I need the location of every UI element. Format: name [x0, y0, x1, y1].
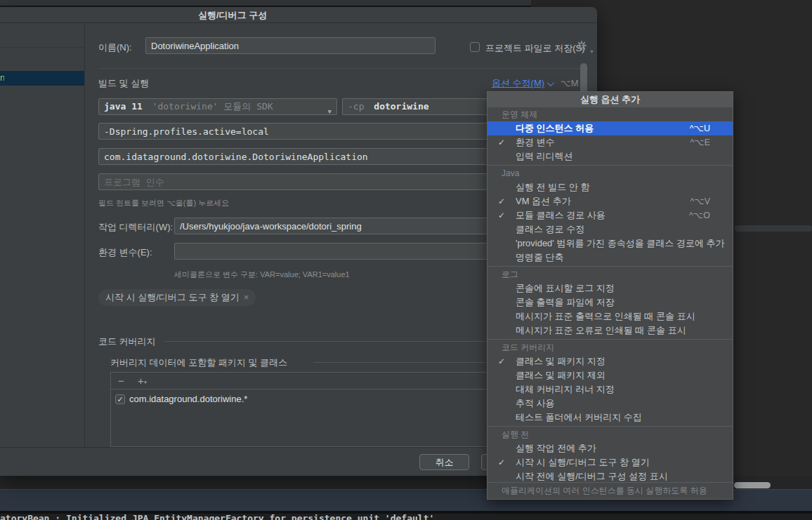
- menu-item[interactable]: ✓시작 시 실행/디버그 도구 창 열기: [487, 455, 733, 469]
- sidebar-selected-configuration[interactable]: n: [0, 71, 84, 86]
- menu-item-label: 환경 변수: [516, 137, 555, 147]
- menu-item[interactable]: 'provided' 범위를 가진 종속성을 클래스 경로에 추가: [487, 236, 733, 251]
- popup-menu-list: 운영 체제다중 인스턴스 허용^⌥U✓환경 변수^⌥E입력 리디렉션Java실행…: [487, 107, 733, 482]
- menu-item-label: 메시지가 표준 출력으로 인쇄될 때 콘솔 표시: [516, 311, 695, 321]
- console-output-area: atoryBean : Initialized JPA EntityManage…: [0, 514, 812, 520]
- menu-item[interactable]: 메시지가 표준 출력으로 인쇄될 때 콘솔 표시: [487, 309, 733, 324]
- menu-item-label: 실행 전 빌드 안 함: [516, 182, 589, 192]
- sidebar-divider: [0, 47, 84, 48]
- menu-separator: [487, 165, 733, 166]
- menu-item-label: 콘솔 출력을 파일에 저장: [516, 297, 615, 307]
- save-project-checkbox[interactable]: [470, 42, 480, 52]
- dialog-title: 실행/디버그 구성: [198, 7, 267, 23]
- menu-item[interactable]: 다중 인스턴스 허용^⌥U: [487, 121, 733, 135]
- menu-item-label: 추적 사용: [516, 398, 555, 408]
- menu-item[interactable]: ✓VM 옵션 추가^⌥V: [487, 194, 733, 208]
- menu-item-label: VM 옵션 추가: [516, 196, 571, 206]
- menu-item[interactable]: 콘솔에 표시할 로그 지정: [487, 281, 733, 295]
- checkmark-icon: ✓: [498, 135, 509, 149]
- menu-item[interactable]: 콘솔 출력을 파일에 저장: [487, 295, 733, 309]
- menu-item[interactable]: 대체 커버리지 러너 지정: [487, 382, 733, 396]
- checkmark-icon: ✓: [498, 354, 509, 368]
- menu-item-label: 콘솔에 표시할 로그 지정: [516, 283, 615, 293]
- menu-separator: [487, 266, 733, 267]
- field-hint-text: 필드 힌트를 보려면 ⌥을(를) 누르세요: [98, 198, 229, 208]
- menu-item[interactable]: 실행 전 빌드 안 함: [487, 180, 733, 194]
- menu-item-label: 시작 전에 실행/디버그 구성 설정 표시: [516, 471, 668, 481]
- menu-item[interactable]: 실행 작업 전에 추가: [487, 441, 733, 455]
- menu-item-label: 실행 작업 전에 추가: [516, 443, 596, 453]
- menu-item-label: 대체 커버리지 러너 지정: [516, 384, 615, 394]
- menu-item[interactable]: 클래스 및 패키지 제외: [487, 368, 733, 382]
- menu-section-label: 로그: [487, 267, 733, 281]
- background-window-strip: [0, 0, 531, 6]
- jre-combo-box[interactable]: java 11 'dotoriwine' 모듈의 SDK ▼: [98, 98, 337, 115]
- working-directory-label: 작업 디렉터리(W):: [98, 221, 173, 234]
- menu-item-label: 클래스 및 패키지 제외: [516, 370, 605, 380]
- menu-item-label: 모듈 클래스 경로 사용: [516, 210, 605, 220]
- menu-item-label: 클래스 및 패키지 지정: [516, 356, 605, 366]
- add-run-options-popup: 실행 옵션 추가 운영 체제다중 인스턴스 허용^⌥U✓환경 변수^⌥E입력 리…: [487, 91, 733, 500]
- build-run-section-label: 빌드 및 실행: [98, 77, 149, 90]
- checkmark-icon: ✓: [498, 208, 509, 222]
- name-input[interactable]: [145, 37, 436, 54]
- menu-item[interactable]: 추적 사용: [487, 396, 733, 411]
- menu-item-label: 명령줄 단축: [516, 252, 564, 262]
- popup-footer-hint: 애플리케이션의 여러 인스턴스를 동시 실행하도록 허용: [487, 482, 733, 499]
- combo-arrow-icon: ▼: [328, 104, 332, 115]
- remove-button[interactable]: −: [118, 373, 124, 389]
- menu-item-shortcut: ^⌥U: [690, 121, 710, 135]
- menu-item-shortcut: ^⌥O: [689, 208, 710, 222]
- menu-item[interactable]: ✓클래스 및 패키지 지정: [487, 354, 733, 368]
- checkmark-icon: ✓: [498, 455, 509, 469]
- popup-title: 실행 옵션 추가: [487, 92, 733, 107]
- modify-options-shortcut: ⌥M: [561, 78, 579, 88]
- menu-item-label: 'provided' 범위를 가진 종속성을 클래스 경로에 추가: [516, 238, 725, 248]
- configuration-name-fragment: n: [0, 72, 4, 83]
- menu-item[interactable]: 명령줄 단축: [487, 251, 733, 265]
- pattern-label: com.idataground.dotoriwine.*: [129, 394, 247, 404]
- menu-item-label: 클래스 경로 수정: [516, 224, 584, 234]
- menu-item[interactable]: 메시지가 표준 오류로 인쇄될 때 콘솔 표시: [487, 324, 733, 338]
- menu-item[interactable]: 클래스 경로 수정: [487, 222, 733, 236]
- close-icon[interactable]: ×: [244, 292, 249, 302]
- env-hint-text: 세미콜론으로 변수 구분: VAR=value; VAR1=value1: [174, 269, 350, 280]
- menu-item[interactable]: ✓환경 변수^⌥E: [487, 135, 733, 149]
- menu-section-label: 코드 커버리지: [487, 340, 733, 354]
- open-tool-window-chip[interactable]: 시작 시 실행/디버그 도구 창 열기×: [98, 289, 256, 306]
- menu-item-label: 다중 인스턴스 허용: [516, 123, 594, 133]
- checkmark-icon: ✓: [498, 194, 509, 208]
- menu-separator: [487, 339, 733, 340]
- menu-item-shortcut: ^⌥E: [690, 135, 710, 149]
- menu-item[interactable]: ✓모듈 클래스 경로 사용^⌥O: [487, 208, 733, 222]
- sidebar-content-divider: [84, 24, 85, 447]
- coverage-section-label: 코드 커버리지: [98, 335, 156, 348]
- configurations-sidebar[interactable]: n: [0, 24, 84, 447]
- gear-icon: [576, 40, 587, 51]
- cancel-button[interactable]: 취소: [419, 454, 469, 470]
- name-label: 이름(N):: [98, 41, 132, 54]
- console-log-line: atoryBean : Initialized JPA EntityManage…: [0, 514, 434, 520]
- chevron-down-icon: [547, 79, 554, 86]
- menu-item[interactable]: 입력 리디렉션: [487, 149, 733, 164]
- store-options-button[interactable]: ▼: [576, 40, 593, 53]
- chevron-down-icon: ▼: [589, 49, 594, 54]
- coverage-subsection-label: 커버리지 데이터에 포함할 패키지 및 클래스: [110, 356, 287, 369]
- add-dropdown-caret-icon: ▼: [143, 380, 148, 385]
- menu-item[interactable]: 시작 전에 실행/디버그 구성 설정 표시: [487, 469, 733, 482]
- menu-item-label: 테스트 폴더에서 커버리지 수집: [516, 412, 642, 422]
- menu-item-label: 시작 시 실행/디버그 도구 창 열기: [516, 457, 650, 467]
- menu-section-label: 실행 전: [487, 427, 733, 441]
- menu-item[interactable]: 테스트 폴더에서 커버리지 수집: [487, 411, 733, 425]
- horizontal-scrollbar-thumb[interactable]: [734, 482, 771, 488]
- dialog-titlebar[interactable]: 실행/디버그 구성: [0, 7, 597, 23]
- modify-options-link[interactable]: 옵션 수정(M) ⌥M: [492, 77, 579, 90]
- menu-item-label: 입력 리디렉션: [516, 151, 573, 161]
- menu-separator: [487, 426, 733, 427]
- background-scrollbar-track: [735, 225, 812, 232]
- pattern-checkbox[interactable]: ✓: [115, 394, 125, 404]
- menu-item-shortcut: ^⌥V: [690, 194, 710, 208]
- env-variables-label: 환경 변수(E):: [98, 246, 152, 259]
- section-divider: [98, 68, 588, 69]
- menu-section-label: Java: [487, 166, 733, 180]
